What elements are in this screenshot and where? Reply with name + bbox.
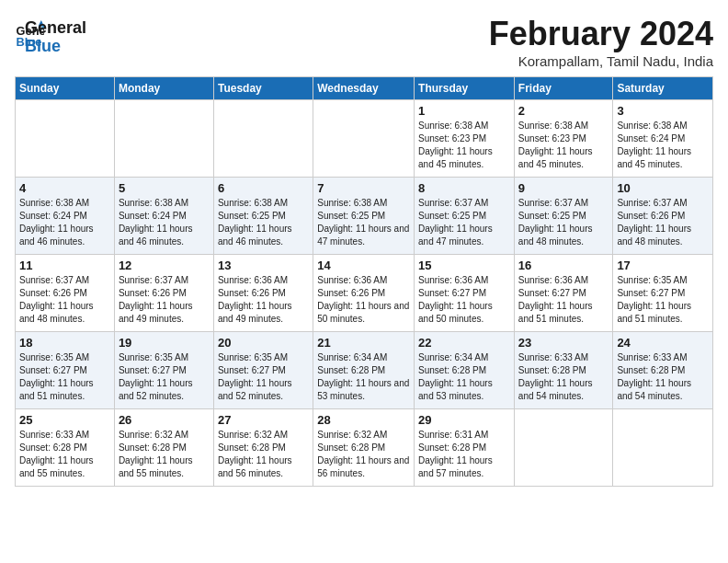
table-row: 17 Sunrise: 6:35 AMSunset: 6:27 PMDaylig… <box>613 255 713 332</box>
day-number: 5 <box>119 181 210 195</box>
table-row: 9 Sunrise: 6:37 AMSunset: 6:25 PMDayligh… <box>514 178 613 255</box>
logo: General Blue General Blue <box>15 15 86 56</box>
cell-info: Sunrise: 6:38 AMSunset: 6:25 PMDaylight:… <box>317 197 410 248</box>
table-row: 14 Sunrise: 6:36 AMSunset: 6:26 PMDaylig… <box>313 255 415 332</box>
cell-info: Sunrise: 6:38 AMSunset: 6:25 PMDaylight:… <box>218 197 309 248</box>
col-thursday: Thursday <box>415 77 515 100</box>
page-header: General Blue General Blue February 2024 … <box>15 15 713 69</box>
table-row <box>16 100 115 178</box>
cell-info: Sunrise: 6:36 AMSunset: 6:27 PMDaylight:… <box>418 274 510 326</box>
table-row: 5 Sunrise: 6:38 AMSunset: 6:24 PMDayligh… <box>114 178 213 255</box>
day-number: 24 <box>617 336 709 350</box>
day-number: 4 <box>19 181 110 195</box>
table-row: 6 Sunrise: 6:38 AMSunset: 6:25 PMDayligh… <box>213 178 313 255</box>
cell-info: Sunrise: 6:38 AMSunset: 6:23 PMDaylight:… <box>418 120 510 171</box>
cell-info: Sunrise: 6:35 AMSunset: 6:27 PMDaylight:… <box>218 351 309 403</box>
cell-info: Sunrise: 6:34 AMSunset: 6:28 PMDaylight:… <box>418 351 510 403</box>
table-row: 7 Sunrise: 6:38 AMSunset: 6:25 PMDayligh… <box>313 178 415 255</box>
table-row <box>514 409 613 487</box>
table-row: 4 Sunrise: 6:38 AMSunset: 6:24 PMDayligh… <box>16 178 115 255</box>
day-number: 29 <box>418 413 510 427</box>
table-row: 20 Sunrise: 6:35 AMSunset: 6:27 PMDaylig… <box>213 332 313 409</box>
day-number: 22 <box>418 336 510 350</box>
day-number: 15 <box>418 259 510 272</box>
cell-info: Sunrise: 6:37 AMSunset: 6:26 PMDaylight:… <box>119 274 210 326</box>
day-number: 8 <box>418 181 510 195</box>
table-row <box>613 409 713 487</box>
table-row: 12 Sunrise: 6:37 AMSunset: 6:26 PMDaylig… <box>114 255 213 332</box>
table-row: 28 Sunrise: 6:32 AMSunset: 6:28 PMDaylig… <box>313 409 415 487</box>
table-row: 2 Sunrise: 6:38 AMSunset: 6:23 PMDayligh… <box>514 100 613 178</box>
logo-line1: General <box>25 19 86 38</box>
table-row: 26 Sunrise: 6:32 AMSunset: 6:28 PMDaylig… <box>114 409 213 487</box>
day-number: 28 <box>317 413 410 427</box>
logo-line2: Blue <box>25 38 86 56</box>
table-row: 10 Sunrise: 6:37 AMSunset: 6:26 PMDaylig… <box>613 178 713 255</box>
day-number: 21 <box>317 336 410 350</box>
cell-info: Sunrise: 6:38 AMSunset: 6:24 PMDaylight:… <box>119 197 210 248</box>
calendar-week-row: 18 Sunrise: 6:35 AMSunset: 6:27 PMDaylig… <box>16 332 713 409</box>
cell-info: Sunrise: 6:31 AMSunset: 6:28 PMDaylight:… <box>418 429 510 480</box>
month-year-title: February 2024 <box>489 15 713 53</box>
table-row: 3 Sunrise: 6:38 AMSunset: 6:24 PMDayligh… <box>613 100 713 178</box>
location-subtitle: Korampallam, Tamil Nadu, India <box>489 53 713 69</box>
table-row <box>313 100 415 178</box>
table-row: 25 Sunrise: 6:33 AMSunset: 6:28 PMDaylig… <box>16 409 115 487</box>
table-row: 18 Sunrise: 6:35 AMSunset: 6:27 PMDaylig… <box>16 332 115 409</box>
table-row: 15 Sunrise: 6:36 AMSunset: 6:27 PMDaylig… <box>415 255 515 332</box>
day-number: 6 <box>218 181 309 195</box>
col-tuesday: Tuesday <box>213 77 313 100</box>
table-row: 19 Sunrise: 6:35 AMSunset: 6:27 PMDaylig… <box>114 332 213 409</box>
table-row: 22 Sunrise: 6:34 AMSunset: 6:28 PMDaylig… <box>415 332 515 409</box>
cell-info: Sunrise: 6:35 AMSunset: 6:27 PMDaylight:… <box>119 351 210 403</box>
day-number: 10 <box>617 181 709 195</box>
day-number: 16 <box>518 259 609 272</box>
cell-info: Sunrise: 6:37 AMSunset: 6:26 PMDaylight:… <box>617 197 709 248</box>
cell-info: Sunrise: 6:37 AMSunset: 6:25 PMDaylight:… <box>518 197 609 248</box>
cell-info: Sunrise: 6:33 AMSunset: 6:28 PMDaylight:… <box>19 429 110 480</box>
day-number: 27 <box>218 413 309 427</box>
cell-info: Sunrise: 6:36 AMSunset: 6:26 PMDaylight:… <box>218 274 309 326</box>
table-row: 8 Sunrise: 6:37 AMSunset: 6:25 PMDayligh… <box>415 178 515 255</box>
cell-info: Sunrise: 6:37 AMSunset: 6:25 PMDaylight:… <box>418 197 510 248</box>
day-number: 3 <box>617 104 709 118</box>
day-number: 11 <box>19 259 110 272</box>
col-saturday: Saturday <box>613 77 713 100</box>
table-row: 21 Sunrise: 6:34 AMSunset: 6:28 PMDaylig… <box>313 332 415 409</box>
cell-info: Sunrise: 6:33 AMSunset: 6:28 PMDaylight:… <box>518 351 609 403</box>
day-number: 26 <box>119 413 210 427</box>
table-row: 24 Sunrise: 6:33 AMSunset: 6:28 PMDaylig… <box>613 332 713 409</box>
table-row: 29 Sunrise: 6:31 AMSunset: 6:28 PMDaylig… <box>415 409 515 487</box>
day-number: 7 <box>317 181 410 195</box>
cell-info: Sunrise: 6:35 AMSunset: 6:27 PMDaylight:… <box>19 351 110 403</box>
cell-info: Sunrise: 6:34 AMSunset: 6:28 PMDaylight:… <box>317 351 410 403</box>
day-number: 18 <box>19 336 110 350</box>
day-number: 19 <box>119 336 210 350</box>
table-row: 23 Sunrise: 6:33 AMSunset: 6:28 PMDaylig… <box>514 332 613 409</box>
cell-info: Sunrise: 6:38 AMSunset: 6:24 PMDaylight:… <box>617 120 709 171</box>
table-row <box>114 100 213 178</box>
calendar-week-row: 1 Sunrise: 6:38 AMSunset: 6:23 PMDayligh… <box>16 100 713 178</box>
col-friday: Friday <box>514 77 613 100</box>
cell-info: Sunrise: 6:32 AMSunset: 6:28 PMDaylight:… <box>119 429 210 480</box>
cell-info: Sunrise: 6:37 AMSunset: 6:26 PMDaylight:… <box>19 274 110 326</box>
cell-info: Sunrise: 6:36 AMSunset: 6:26 PMDaylight:… <box>317 274 410 326</box>
day-number: 9 <box>518 181 609 195</box>
table-row: 11 Sunrise: 6:37 AMSunset: 6:26 PMDaylig… <box>16 255 115 332</box>
day-number: 12 <box>119 259 210 272</box>
day-number: 13 <box>218 259 309 272</box>
day-number: 2 <box>518 104 609 118</box>
cell-info: Sunrise: 6:32 AMSunset: 6:28 PMDaylight:… <box>218 429 309 480</box>
day-number: 25 <box>19 413 110 427</box>
table-row: 27 Sunrise: 6:32 AMSunset: 6:28 PMDaylig… <box>213 409 313 487</box>
cell-info: Sunrise: 6:38 AMSunset: 6:23 PMDaylight:… <box>518 120 609 171</box>
calendar-header-row: Sunday Monday Tuesday Wednesday Thursday… <box>16 77 713 100</box>
cell-info: Sunrise: 6:35 AMSunset: 6:27 PMDaylight:… <box>617 274 709 326</box>
cell-info: Sunrise: 6:36 AMSunset: 6:27 PMDaylight:… <box>518 274 609 326</box>
calendar-week-row: 25 Sunrise: 6:33 AMSunset: 6:28 PMDaylig… <box>16 409 713 487</box>
day-number: 17 <box>617 259 709 272</box>
calendar-week-row: 11 Sunrise: 6:37 AMSunset: 6:26 PMDaylig… <box>16 255 713 332</box>
calendar-table: Sunday Monday Tuesday Wednesday Thursday… <box>15 76 713 487</box>
day-number: 23 <box>518 336 609 350</box>
table-row: 13 Sunrise: 6:36 AMSunset: 6:26 PMDaylig… <box>213 255 313 332</box>
